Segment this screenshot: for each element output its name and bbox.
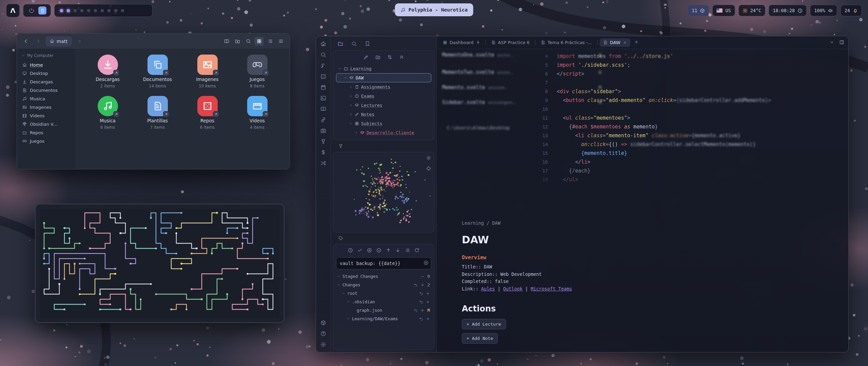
chevron-down-icon[interactable] [337, 283, 341, 287]
tags-pane-header[interactable] [333, 235, 434, 242]
git-undo-icon[interactable] [419, 300, 423, 304]
git-undo-icon[interactable] [419, 291, 423, 296]
tab-asp-practice-6[interactable]: ASP Practice 6 [488, 38, 533, 47]
folder-juegos[interactable]: Juegos8 items [232, 55, 282, 88]
folder-imagenes[interactable]: Imagenes10 items [182, 55, 232, 88]
chevron-right-icon[interactable] [354, 131, 358, 135]
module-weather[interactable]: 24°C [738, 5, 766, 16]
ribbon-link-icon[interactable] [320, 117, 326, 123]
explorer-pencil-button[interactable] [363, 55, 369, 61]
list-view-button[interactable] [265, 37, 275, 46]
commit-message-input[interactable] [336, 257, 431, 269]
graph-gear-icon[interactable] [426, 155, 431, 162]
git-check-button[interactable] [357, 248, 362, 254]
git-plus-circle-button[interactable] [367, 248, 372, 254]
ribbon-home-icon[interactable] [320, 41, 326, 47]
git-row-root[interactable]: root [336, 289, 431, 298]
search-view-button[interactable] [243, 37, 253, 46]
explorer-folder-plus-button[interactable] [375, 55, 380, 61]
git-row-learning-daw-exams[interactable]: Learning/DAW/Exams [336, 314, 431, 323]
breadcrumb[interactable]: matt [45, 36, 72, 46]
graph-crosshair-icon[interactable] [426, 166, 431, 172]
sidebar-item-repos[interactable]: Repos [17, 128, 75, 137]
chevron-right-icon[interactable] [349, 113, 353, 116]
file-manager-headerbar[interactable]: matt [17, 34, 290, 49]
git-plus-icon[interactable] [426, 291, 430, 296]
chevron-down-icon[interactable] [337, 274, 341, 278]
ribbon-shuffle-icon[interactable] [320, 160, 326, 166]
ribbon-camera-icon[interactable] [320, 128, 326, 134]
chevron-right-icon[interactable] [349, 103, 353, 107]
action-button-add-lecture[interactable]: + Add Lecture [462, 319, 506, 329]
chevron-down-icon[interactable] [338, 67, 342, 70]
git-row-staged-changes[interactable]: Staged Changes0 [336, 272, 431, 281]
sidebar-item-juegos[interactable]: Juegos [17, 137, 75, 145]
note-link-aules[interactable]: Aules [481, 286, 495, 291]
note-link-outlook[interactable]: Outlook [503, 286, 522, 291]
explorer-sort-button[interactable] [387, 55, 392, 61]
git-undo-icon[interactable] [419, 317, 423, 321]
workspace-dot-3[interactable] [74, 9, 77, 12]
ribbon-fork-icon[interactable] [320, 139, 326, 144]
git-upload-button[interactable] [386, 248, 391, 254]
panel-tab-search-icon[interactable] [351, 41, 357, 46]
tree-item-notes[interactable]: Notes [336, 110, 431, 119]
tree-item-subjects[interactable]: Subjects [336, 119, 431, 128]
git-clock-button[interactable] [348, 248, 353, 254]
ribbon-key-icon[interactable] [320, 63, 326, 68]
workspace-dot-6[interactable] [94, 9, 97, 12]
folder-repos[interactable]: Repos6 items [182, 96, 232, 130]
path-expand-icon[interactable] [75, 37, 84, 46]
tree-item-lectures[interactable]: Lectures [336, 101, 431, 110]
chevron-down-icon[interactable] [341, 291, 346, 295]
tree-item-daw[interactable]: DAW [336, 73, 431, 82]
forward-icon[interactable] [33, 37, 43, 46]
ribbon-help-icon[interactable] [320, 331, 326, 337]
chevron-right-icon[interactable] [349, 85, 353, 89]
folder-videos[interactable]: Videos4 items [232, 96, 282, 130]
menu-view-button[interactable] [276, 37, 285, 46]
sidebar-item-documentos[interactable]: Documentos [17, 86, 75, 95]
workspace-dot-10[interactable] [121, 9, 124, 12]
module-clock[interactable]: 18:08:28 [769, 5, 807, 16]
sidebar-item-musica[interactable]: Musica [17, 95, 75, 103]
note-link-microsoft-teams[interactable]: Microsoft Teams [531, 286, 572, 291]
workspace-dot-4[interactable] [80, 9, 83, 12]
workspace-dot-1[interactable] [60, 9, 63, 12]
sidebar-item-desktop[interactable]: Desktop [17, 69, 75, 78]
clear-message-icon[interactable] [423, 260, 429, 267]
ribbon-dice-icon[interactable] [320, 74, 326, 79]
note-breadcrumb[interactable]: Learning / DAW [462, 220, 787, 226]
tabs-view-button[interactable] [222, 37, 231, 46]
launcher-logo-button[interactable]: Λ [6, 4, 20, 17]
ribbon-gear-icon[interactable] [320, 342, 326, 347]
git-minus-icon[interactable] [420, 274, 425, 279]
ribbon-book-icon[interactable] [320, 106, 326, 112]
ribbon-calendar-icon[interactable] [320, 84, 326, 90]
module-notifications[interactable]: 24 [841, 5, 862, 16]
workspace-dot-9[interactable] [114, 9, 117, 12]
module-keyboard-layout[interactable]: US [712, 5, 735, 16]
ribbon-search-icon[interactable] [320, 52, 326, 58]
ribbon-dollar-icon[interactable] [320, 149, 326, 155]
tab-tema-6-pr-cticas[interactable]: Tema 6 Prácticas -... [537, 38, 595, 47]
git-undo-icon[interactable] [414, 283, 418, 287]
git-download-arrow-button[interactable] [395, 248, 400, 254]
folder-plantillas[interactable]: Plantillas7 items [133, 96, 182, 130]
tree-item-exams[interactable]: Exams [336, 92, 431, 101]
workspace-dot-5[interactable] [87, 9, 90, 12]
tabbar-chevron-down-button[interactable] [829, 40, 834, 46]
chevron-down-icon[interactable] [346, 317, 350, 321]
sidebar-item-obsidian-v[interactable]: Obsidian V... [17, 120, 75, 128]
workspace-dot-8[interactable] [107, 9, 111, 12]
tabbar-splitv-button[interactable] [839, 40, 844, 46]
git-row-changes[interactable]: Changes2 [336, 281, 431, 289]
git-row-obsidian[interactable]: .obsidian [336, 298, 431, 306]
explorer-collapse-button[interactable] [399, 55, 404, 61]
folder-musica[interactable]: Musica6 items [83, 96, 133, 130]
tree-item-desarrollo-cliente[interactable]: Desarrollo-Cliente [336, 128, 431, 137]
module-updates[interactable]: 11 [688, 5, 709, 16]
tree-item-learning[interactable]: Learning [336, 64, 431, 73]
sidebar-item-imagenes[interactable]: Imagenes [17, 103, 75, 111]
collapse-section-icon[interactable] [22, 54, 25, 57]
